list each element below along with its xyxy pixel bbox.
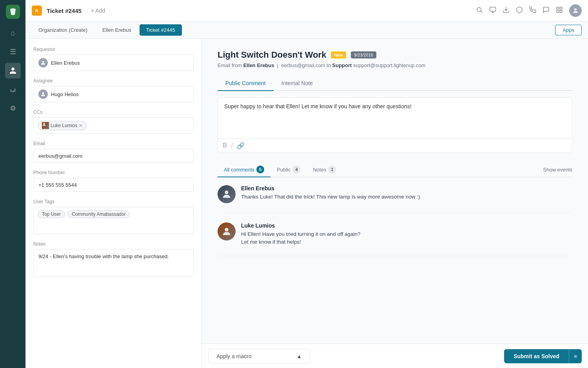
ticket-title-row: Light Switch Doesn't Work New 9/23/2016 (218, 50, 572, 60)
macro-label: Apply a macro (216, 353, 251, 359)
phone-field[interactable]: +1 555 555 5544 (33, 178, 194, 192)
comment-item-0: Ellen Erebus Thanks Luke! That did the t… (218, 185, 572, 213)
filter-notes-label: Notes (313, 167, 326, 173)
grid-icon[interactable] (556, 6, 563, 15)
filter-notes[interactable]: Notes 1 (307, 162, 342, 177)
phone-section: Phone Number +1 555 555 5544 (33, 170, 194, 192)
tab-public-comment[interactable]: Public Comment (218, 76, 274, 91)
content-area: Requestor Ellen Erebus Assignee Hugo Hel… (25, 39, 588, 368)
tab-internal-note[interactable]: Internal Note (274, 76, 321, 91)
svg-rect-8 (557, 10, 559, 12)
apply-macro-button[interactable]: Apply a macro ▲ (208, 349, 310, 364)
sidebar: ⌂ ☰ ⚙ (0, 0, 25, 368)
email-field[interactable]: eerbus@gmail.com (33, 149, 194, 163)
cc-avatar (42, 122, 49, 129)
ticket-meta: Email from Ellen Erebus | eerbus@gmail.c… (218, 62, 572, 68)
comment-author-1: Luke Lumios (241, 222, 572, 229)
requestor-section: Requestor Ellen Erebus (33, 47, 194, 71)
reply-box: Super happy to hear that Ellen! Let me k… (218, 97, 572, 153)
svg-rect-2 (490, 7, 496, 11)
download-icon[interactable] (503, 6, 510, 15)
requestor-name: Ellen Erebus (51, 60, 80, 66)
cc-remove-icon[interactable]: ✕ (79, 123, 82, 128)
submit-solved-button[interactable]: Submit as Solved (504, 349, 569, 363)
badge-date: 9/23/2016 (351, 51, 376, 58)
submit-group: Submit as Solved ≡ (504, 349, 582, 363)
right-panel: Light Switch Doesn't Work New 9/23/2016 … (202, 39, 588, 368)
filter-public[interactable]: Public 4 (270, 162, 307, 177)
comment-text-0: Thanks Luke! That did the trick! This ne… (241, 193, 572, 201)
add-button[interactable]: + Add (91, 7, 105, 14)
sidebar-item-home[interactable]: ⌂ (5, 25, 21, 41)
sidebar-item-list[interactable]: ☰ (5, 44, 21, 60)
svg-point-11 (42, 61, 44, 63)
tag-top-user[interactable]: Top User (38, 210, 65, 218)
cc-name: Luke Lumios (51, 123, 77, 128)
submit-dropdown-button[interactable]: ≡ (569, 349, 582, 363)
assignee-section: Assignee Hugo Helios (33, 78, 194, 102)
sidebar-logo (6, 5, 20, 19)
sidebar-item-settings[interactable]: ⚙ (5, 100, 21, 116)
monitor-icon[interactable] (489, 6, 496, 15)
tag-ambassador[interactable]: Community Amabassador (67, 210, 130, 218)
ticket-title: Light Switch Doesn't Work (218, 50, 326, 60)
assignee-label: Assignee (33, 78, 194, 84)
filter-all-count: 5 (256, 166, 264, 173)
show-events-button[interactable]: Show events (543, 164, 572, 176)
phone-value: +1 555 555 5544 (38, 182, 77, 188)
ticket-content: Light Switch Doesn't Work New 9/23/2016 … (202, 39, 588, 344)
svg-rect-7 (560, 7, 562, 9)
ccs-section: CCs Luke Lumios ✕ (33, 109, 194, 134)
tab-organization[interactable]: Organization (Create) (32, 24, 94, 36)
ticket-to: Support (332, 62, 352, 68)
notes-field[interactable]: 9/24 - Ellen's having trouble with the l… (33, 249, 194, 277)
bottom-bar: Apply a macro ▲ Submit as Solved ≡ (202, 344, 588, 368)
requestor-avatar (38, 58, 48, 67)
sidebar-item-chart[interactable] (5, 82, 21, 97)
email-label: Email (33, 141, 194, 146)
bold-icon[interactable]: B (223, 142, 227, 149)
filter-notes-count: 1 (328, 166, 336, 173)
main-container: n Ticket #2445 + Add (25, 0, 588, 368)
phone-label: Phone Number (33, 170, 194, 175)
phone-icon[interactable] (529, 6, 536, 15)
svg-rect-6 (557, 7, 559, 9)
filter-public-label: Public (277, 167, 290, 173)
comment-body-0: Ellen Erebus Thanks Luke! That did the t… (241, 185, 572, 203)
svg-point-10 (574, 8, 577, 11)
comment-tabs: Public Comment Internal Note (218, 76, 572, 91)
requestor-field[interactable]: Ellen Erebus (33, 55, 194, 71)
topbar-actions (476, 4, 582, 17)
filter-all-comments[interactable]: All comments 5 (218, 162, 270, 177)
filter-all-label: All comments (224, 167, 254, 173)
italic-icon[interactable]: I (231, 142, 233, 149)
topbar: n Ticket #2445 + Add (25, 0, 588, 22)
assignee-field[interactable]: Hugo Helios (33, 86, 194, 102)
svg-point-13 (44, 123, 45, 124)
cc-chip[interactable]: Luke Lumios ✕ (38, 121, 87, 130)
tag-top-user-label: Top User (42, 211, 61, 217)
tab-ellen[interactable]: Ellen Erebus (96, 24, 138, 36)
comments-filter-tabs: All comments 5 Public 4 Notes 1 Show eve… (218, 162, 572, 177)
svg-point-15 (225, 228, 228, 231)
reply-textarea[interactable]: Super happy to hear that Ellen! Let me k… (218, 98, 572, 137)
chat-icon[interactable] (543, 6, 550, 15)
tab-ticket[interactable]: Ticket #2445 (140, 24, 182, 36)
notes-label: Notes (33, 241, 194, 247)
link-icon[interactable]: 🔗 (237, 142, 245, 149)
tabs-bar: Organization (Create) Ellen Erebus Ticke… (25, 22, 588, 39)
left-panel: Requestor Ellen Erebus Assignee Hugo Hel… (25, 39, 202, 368)
ccs-field[interactable]: Luke Lumios ✕ (33, 117, 194, 134)
cube-icon[interactable] (516, 6, 523, 15)
notes-section: Notes 9/24 - Ellen's having trouble with… (33, 241, 194, 277)
ccs-label: CCs (33, 109, 194, 115)
user-avatar[interactable] (569, 4, 582, 17)
tag-ambassador-label: Community Amabassador (72, 211, 125, 217)
comment-text-1: Hi Ellen! Have you tried turning it on a… (241, 230, 572, 246)
topbar-ticket-title: Ticket #2445 (47, 7, 82, 14)
search-icon[interactable] (476, 6, 483, 15)
submit-dropdown-icon: ≡ (574, 353, 577, 359)
sidebar-item-users[interactable] (5, 63, 21, 78)
apps-button[interactable]: Apps (555, 25, 582, 35)
user-tags-field[interactable]: Top User Community Amabassador (33, 207, 194, 234)
